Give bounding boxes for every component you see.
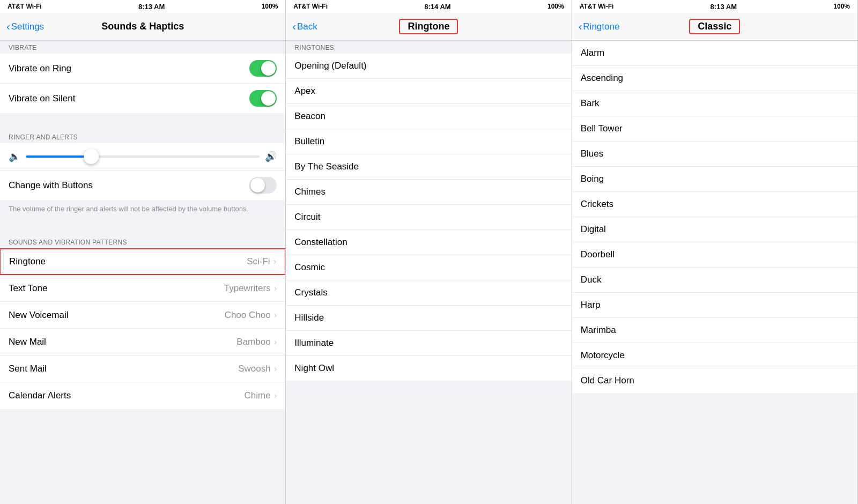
- calendar-alerts-chevron: ›: [274, 390, 277, 401]
- section-header-vibrate: VIBRATE: [0, 41, 285, 54]
- toggle-thumb-3: [250, 178, 265, 192]
- panel-ringtone: AT&T Wi-Fi 8:14 AM 100% ‹ Back Ringtone …: [286, 0, 572, 504]
- ringtone-list-row[interactable]: Hillside: [286, 306, 571, 331]
- ringtone-list-row[interactable]: Cosmic: [286, 255, 571, 280]
- new-voicemail-value-group: Choo Choo ›: [225, 310, 277, 321]
- new-voicemail-chevron: ›: [274, 310, 277, 321]
- back-from-classic[interactable]: ‹ Ringtone: [579, 20, 620, 33]
- ringtone-list-row[interactable]: Beacon: [286, 104, 571, 129]
- classic-list-row[interactable]: Alarm: [572, 41, 857, 66]
- vibrate-on-ring-toggle[interactable]: [249, 60, 277, 77]
- classic-list-row[interactable]: Digital: [572, 217, 857, 242]
- toggle-thumb-1: [261, 61, 276, 76]
- classic-list-row[interactable]: Boing: [572, 167, 857, 192]
- ringtones-section-header: RINGTONES: [286, 41, 571, 54]
- classic-list-row[interactable]: Old Car Horn: [572, 368, 857, 393]
- panel-classic: AT&T Wi-Fi 8:13 AM 100% ‹ Ringtone Class…: [572, 0, 858, 504]
- ringtone-list-row[interactable]: Constellation: [286, 230, 571, 255]
- vibrate-on-ring-label: Vibrate on Ring: [9, 63, 71, 74]
- text-tone-label: Text Tone: [9, 283, 47, 294]
- back-chevron-1: ‹: [6, 20, 10, 33]
- panel3-scroll[interactable]: AlarmAscendingBarkBell TowerBluesBoingCr…: [572, 41, 857, 504]
- ringtone-list-row[interactable]: Bulletin: [286, 129, 571, 154]
- ringtone-row[interactable]: Ringtone Sci-Fi ›: [0, 248, 285, 275]
- ringer-slider-area: 🔈 🔊: [0, 143, 285, 171]
- ringtone-list-row[interactable]: Apex: [286, 79, 571, 104]
- volume-high-icon: 🔊: [265, 151, 277, 162]
- new-mail-value: Bamboo: [236, 337, 270, 347]
- calendar-alerts-row[interactable]: Calendar Alerts Chime ›: [0, 382, 285, 409]
- sent-mail-value: Swoosh: [238, 364, 270, 374]
- battery-icon-2: 100%: [548, 3, 564, 10]
- ringer-slider-track[interactable]: [26, 155, 260, 158]
- sent-mail-value-group: Swoosh ›: [238, 364, 277, 374]
- ringtone-list-row[interactable]: Opening (Default): [286, 54, 571, 79]
- nav-title-3: Classic: [698, 21, 731, 32]
- status-bar-1: AT&T Wi-Fi 8:13 AM 100%: [0, 0, 285, 13]
- back-chevron-3: ‹: [579, 20, 582, 33]
- status-bar-2: AT&T Wi-Fi 8:14 AM 100%: [286, 0, 571, 13]
- classic-list-row[interactable]: Ascending: [572, 66, 857, 91]
- vibrate-on-silent-row[interactable]: Vibrate on Silent: [0, 84, 285, 113]
- new-mail-row[interactable]: New Mail Bamboo ›: [0, 329, 285, 355]
- battery-icon-1: 100%: [262, 3, 278, 10]
- new-voicemail-row[interactable]: New Voicemail Choo Choo ›: [0, 302, 285, 329]
- classic-list-row[interactable]: Harp: [572, 293, 857, 318]
- classic-list-row[interactable]: Motorcycle: [572, 343, 857, 368]
- change-with-buttons-label: Change with Buttons: [9, 180, 93, 191]
- panel1-scroll[interactable]: VIBRATE Vibrate on Ring Vibrate on Silen…: [0, 41, 285, 504]
- sent-mail-row[interactable]: Sent Mail Swoosh ›: [0, 355, 285, 382]
- text-tone-chevron: ›: [274, 283, 277, 294]
- back-label-2[interactable]: Back: [297, 21, 317, 32]
- text-tone-row[interactable]: Text Tone Typewriters ›: [0, 275, 285, 302]
- time-2: 8:14 AM: [424, 3, 450, 11]
- back-label-3[interactable]: Ringtone: [583, 21, 619, 32]
- classic-list-row[interactable]: Duck: [572, 268, 857, 293]
- panel2-scroll[interactable]: RINGTONES Opening (Default)ApexBeaconBul…: [286, 41, 571, 504]
- new-voicemail-value: Choo Choo: [225, 310, 271, 321]
- sent-mail-label: Sent Mail: [9, 364, 47, 374]
- ringtone-list-row[interactable]: Crystals: [286, 280, 571, 306]
- ringtone-list-row[interactable]: Night Owl: [286, 356, 571, 381]
- section-header-ringer: RINGER AND ALERTS: [0, 130, 285, 143]
- calendar-alerts-value-group: Chime ›: [245, 390, 277, 401]
- nav-bar-2: ‹ Back Ringtone: [286, 13, 571, 41]
- change-with-buttons-description: The volume of the ringer and alerts will…: [0, 200, 285, 218]
- classic-list-row[interactable]: Bell Tower: [572, 116, 857, 142]
- nav-title-2: Ringtone: [408, 21, 449, 32]
- new-voicemail-label: New Voicemail: [9, 310, 69, 321]
- carrier-2: AT&T Wi-Fi: [293, 3, 328, 10]
- classic-list-row[interactable]: Bark: [572, 91, 857, 116]
- vibrate-on-silent-toggle[interactable]: [249, 90, 277, 107]
- ringtones-list: Opening (Default)ApexBeaconBulletinBy Th…: [286, 54, 571, 381]
- battery-icons-2: 100%: [548, 3, 564, 10]
- classic-list-row[interactable]: Crickets: [572, 192, 857, 217]
- calendar-alerts-label: Calendar Alerts: [9, 390, 71, 401]
- battery-icon-3: 100%: [833, 3, 850, 10]
- nav-bar-3: ‹ Ringtone Classic: [572, 13, 857, 41]
- back-from-ringtone[interactable]: ‹ Back: [292, 20, 317, 33]
- volume-low-icon: 🔈: [9, 151, 20, 162]
- ringtone-list-row[interactable]: By The Seaside: [286, 154, 571, 180]
- classic-list-row[interactable]: Marimba: [572, 318, 857, 343]
- classic-list-row[interactable]: Blues: [572, 142, 857, 167]
- calendar-alerts-value: Chime: [245, 390, 271, 401]
- ringtone-list-row[interactable]: Circuit: [286, 205, 571, 230]
- back-chevron-2: ‹: [292, 20, 296, 33]
- ringtone-list-row[interactable]: Illuminate: [286, 331, 571, 356]
- toggle-thumb-2: [261, 91, 276, 106]
- battery-icons-1: 100%: [262, 3, 278, 10]
- ringtone-list-row[interactable]: Chimes: [286, 180, 571, 205]
- classic-list-row[interactable]: Doorbell: [572, 242, 857, 268]
- back-settings[interactable]: ‹ Settings: [6, 20, 44, 33]
- back-label-1[interactable]: Settings: [11, 21, 44, 32]
- ringer-slider-thumb[interactable]: [84, 149, 99, 164]
- new-mail-value-group: Bamboo ›: [236, 337, 277, 347]
- section-header-sounds: SOUNDS AND VIBRATION PATTERNS: [0, 235, 285, 248]
- divider-1: [0, 113, 285, 130]
- change-with-buttons-row[interactable]: Change with Buttons: [0, 171, 285, 200]
- vibrate-on-ring-row[interactable]: Vibrate on Ring: [0, 54, 285, 84]
- change-with-buttons-toggle[interactable]: [249, 177, 277, 194]
- sounds-patterns-section: Ringtone Sci-Fi › Text Tone Typewriters …: [0, 248, 285, 409]
- text-tone-value-group: Typewriters ›: [224, 283, 277, 294]
